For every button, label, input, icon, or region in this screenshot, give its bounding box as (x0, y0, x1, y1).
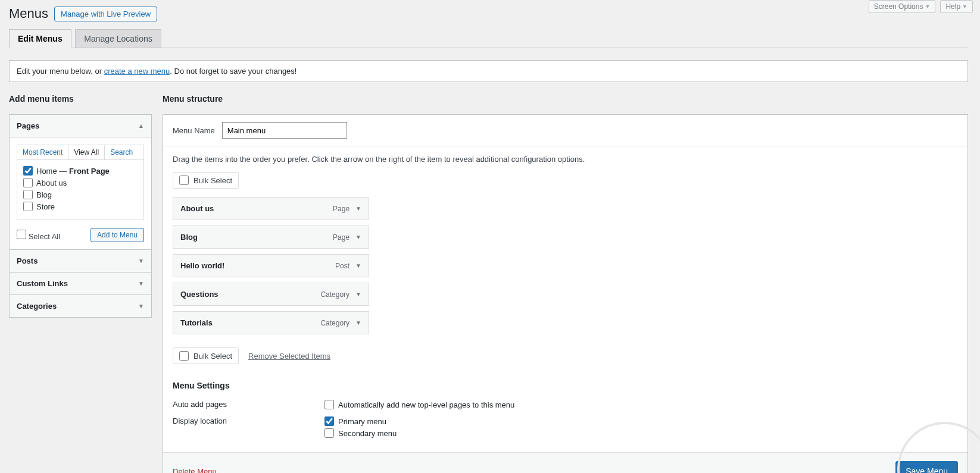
tab-manage-locations[interactable]: Manage Locations (75, 29, 161, 48)
location-secondary[interactable]: Secondary menu (324, 428, 397, 438)
checkbox-bulk-top[interactable] (179, 176, 189, 185)
caret-down-icon: ▼ (962, 4, 967, 10)
tab-edit-menus[interactable]: Edit Menus (9, 29, 71, 48)
checkbox-select-all[interactable] (17, 230, 26, 239)
select-all-row[interactable]: Select All (17, 230, 60, 241)
caret-up-icon: ▲ (138, 123, 144, 129)
menu-settings-heading: Menu Settings (173, 381, 958, 390)
checkbox-primary-menu[interactable] (324, 416, 334, 426)
checkbox-bulk-bottom[interactable] (179, 351, 189, 361)
subtab-most-recent[interactable]: Most Recent (17, 145, 68, 159)
menu-item[interactable]: Tutorials Category▼ (173, 311, 369, 334)
caret-down-icon[interactable]: ▼ (355, 291, 361, 297)
caret-down-icon: ▼ (138, 280, 144, 287)
menu-item[interactable]: About us Page▼ (173, 197, 369, 220)
caret-down-icon[interactable]: ▼ (355, 319, 361, 326)
display-location-label: Display location (173, 416, 324, 440)
add-to-menu-button[interactable]: Add to Menu (90, 228, 144, 242)
checkbox-secondary-menu[interactable] (324, 428, 334, 438)
remove-selected-link[interactable]: Remove Selected Items (248, 352, 330, 361)
page-item-store[interactable]: Store (23, 202, 138, 211)
help-label: Help (945, 2, 960, 11)
bulk-select-top[interactable]: Bulk Select (173, 172, 239, 189)
checkbox-blog[interactable] (23, 190, 33, 199)
caret-down-icon: ▼ (138, 258, 144, 264)
subtab-search[interactable]: Search (105, 145, 138, 159)
drag-instructions: Drag the items into the order you prefer… (173, 155, 958, 164)
caret-down-icon: ▼ (925, 4, 930, 10)
auto-add-label: Auto add pages (173, 400, 324, 412)
menu-structure-heading: Menu structure (163, 94, 968, 104)
accordion-categories[interactable]: Categories ▼ (10, 295, 151, 317)
notice-text-post: . Do not forget to save your changes! (170, 67, 297, 76)
caret-down-icon[interactable]: ▼ (355, 262, 361, 269)
caret-down-icon[interactable]: ▼ (355, 205, 361, 212)
caret-down-icon: ▼ (138, 303, 144, 309)
notice-text-pre: Edit your menu below, or (17, 67, 104, 76)
screen-options-label: Screen Options (874, 2, 923, 11)
page-item-home[interactable]: Home — Front Page (23, 166, 138, 176)
live-preview-button[interactable]: Manage with Live Preview (54, 7, 157, 21)
menu-item[interactable]: Hello world! Post▼ (173, 254, 369, 277)
checkbox-about[interactable] (23, 178, 33, 187)
checkbox-auto-add[interactable] (324, 400, 334, 409)
menu-name-input[interactable] (222, 122, 347, 139)
accordion-custom-links[interactable]: Custom Links ▼ (10, 272, 151, 295)
page-item-about[interactable]: About us (23, 178, 138, 187)
accordion-pages[interactable]: Pages ▲ (10, 115, 151, 137)
page-item-blog[interactable]: Blog (23, 190, 138, 199)
subtab-view-all[interactable]: View All (68, 145, 105, 159)
checkbox-store[interactable] (23, 202, 33, 211)
location-primary[interactable]: Primary menu (324, 416, 397, 426)
accordion-pages-label: Pages (17, 121, 39, 130)
delete-menu-link[interactable]: Delete Menu (173, 467, 217, 474)
accordion-posts[interactable]: Posts ▼ (10, 249, 151, 272)
screen-options-button[interactable]: Screen Options ▼ (869, 0, 936, 13)
menu-name-label: Menu Name (173, 126, 215, 135)
auto-add-option[interactable]: Automatically add new top-level pages to… (324, 400, 514, 409)
help-button[interactable]: Help ▼ (940, 0, 973, 13)
checkbox-home[interactable] (23, 166, 33, 176)
add-items-heading: Add menu items (9, 94, 152, 104)
save-menu-button[interactable]: Save Menu (895, 461, 958, 473)
caret-down-icon[interactable]: ▼ (355, 234, 361, 240)
info-notice: Edit your menu below, or create a new me… (9, 60, 968, 82)
menu-item[interactable]: Blog Page▼ (173, 225, 369, 249)
menu-item[interactable]: Questions Category▼ (173, 283, 369, 306)
page-title: Menus (9, 6, 48, 21)
create-new-menu-link[interactable]: create a new menu (104, 67, 170, 76)
bulk-select-bottom[interactable]: Bulk Select (173, 347, 239, 364)
